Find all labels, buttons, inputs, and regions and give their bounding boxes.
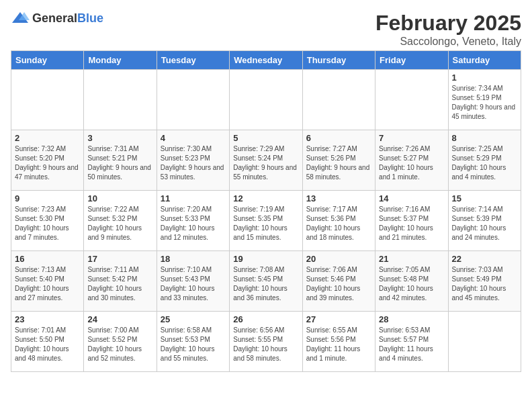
day-info: Sunrise: 7:27 AM Sunset: 5:26 PM Dayligh…	[306, 144, 371, 182]
day-number: 6	[306, 133, 371, 143]
calendar-cell	[448, 312, 521, 372]
logo-blue: Blue	[77, 11, 103, 25]
calendar-cell: 6Sunrise: 7:27 AM Sunset: 5:26 PM Daylig…	[302, 130, 375, 191]
day-number: 24	[87, 314, 152, 324]
day-number: 19	[233, 254, 298, 264]
header-day-saturday: Saturday	[448, 51, 521, 70]
day-info: Sunrise: 7:00 AM Sunset: 5:52 PM Dayligh…	[87, 326, 152, 363]
calendar-cell	[230, 70, 302, 130]
logo-icon	[11, 11, 30, 26]
calendar-cell	[157, 70, 229, 130]
calendar-cell: 13Sunrise: 7:17 AM Sunset: 5:36 PM Dayli…	[302, 191, 375, 251]
day-info: Sunrise: 7:31 AM Sunset: 5:21 PM Dayligh…	[87, 144, 152, 182]
calendar-header: SundayMondayTuesdayWednesdayThursdayFrid…	[11, 51, 521, 70]
day-number: 5	[233, 133, 298, 143]
day-number: 3	[87, 133, 152, 143]
day-info: Sunrise: 7:01 AM Sunset: 5:50 PM Dayligh…	[15, 326, 80, 363]
calendar-cell: 3Sunrise: 7:31 AM Sunset: 5:21 PM Daylig…	[84, 130, 157, 191]
day-info: Sunrise: 7:34 AM Sunset: 5:19 PM Dayligh…	[452, 84, 517, 122]
day-info: Sunrise: 6:58 AM Sunset: 5:53 PM Dayligh…	[161, 326, 226, 363]
header-row: SundayMondayTuesdayWednesdayThursdayFrid…	[11, 51, 521, 70]
calendar-cell: 11Sunrise: 7:20 AM Sunset: 5:33 PM Dayli…	[157, 191, 229, 251]
day-info: Sunrise: 7:26 AM Sunset: 5:27 PM Dayligh…	[379, 144, 444, 182]
calendar-cell: 12Sunrise: 7:19 AM Sunset: 5:35 PM Dayli…	[230, 191, 302, 251]
day-number: 13	[306, 193, 371, 203]
logo-general: General	[32, 11, 77, 25]
day-number: 11	[161, 193, 226, 203]
calendar-cell: 17Sunrise: 7:11 AM Sunset: 5:42 PM Dayli…	[84, 251, 157, 312]
calendar-table: SundayMondayTuesdayWednesdayThursdayFrid…	[11, 50, 521, 372]
calendar-cell	[84, 70, 157, 130]
calendar-cell: 4Sunrise: 7:30 AM Sunset: 5:23 PM Daylig…	[157, 130, 229, 191]
calendar-cell: 26Sunrise: 6:56 AM Sunset: 5:55 PM Dayli…	[230, 312, 302, 372]
calendar-cell: 28Sunrise: 6:53 AM Sunset: 5:57 PM Dayli…	[375, 312, 448, 372]
day-number: 18	[161, 254, 226, 264]
day-number: 16	[15, 254, 80, 264]
header: GeneralBlue February 2025 Saccolongo, Ve…	[11, 11, 521, 48]
day-number: 4	[161, 133, 226, 143]
calendar-cell: 20Sunrise: 7:06 AM Sunset: 5:46 PM Dayli…	[302, 251, 375, 312]
day-info: Sunrise: 7:13 AM Sunset: 5:40 PM Dayligh…	[15, 265, 80, 303]
day-number: 27	[306, 314, 371, 324]
calendar-cell: 15Sunrise: 7:14 AM Sunset: 5:39 PM Dayli…	[448, 191, 521, 251]
day-number: 12	[233, 193, 298, 203]
day-info: Sunrise: 7:08 AM Sunset: 5:45 PM Dayligh…	[233, 265, 298, 303]
day-info: Sunrise: 6:56 AM Sunset: 5:55 PM Dayligh…	[233, 326, 298, 363]
calendar-cell: 22Sunrise: 7:03 AM Sunset: 5:49 PM Dayli…	[448, 251, 521, 312]
day-number: 22	[452, 254, 517, 264]
week-row-2: 9Sunrise: 7:23 AM Sunset: 5:30 PM Daylig…	[11, 191, 521, 251]
calendar-cell	[11, 70, 84, 130]
calendar-cell: 24Sunrise: 7:00 AM Sunset: 5:52 PM Dayli…	[84, 312, 157, 372]
day-info: Sunrise: 6:55 AM Sunset: 5:56 PM Dayligh…	[306, 326, 371, 363]
day-number: 23	[15, 314, 80, 324]
header-day-thursday: Thursday	[302, 51, 375, 70]
calendar-cell	[375, 70, 448, 130]
day-info: Sunrise: 7:22 AM Sunset: 5:32 PM Dayligh…	[87, 205, 152, 242]
calendar-cell: 1Sunrise: 7:34 AM Sunset: 5:19 PM Daylig…	[448, 70, 521, 130]
calendar-cell: 14Sunrise: 7:16 AM Sunset: 5:37 PM Dayli…	[375, 191, 448, 251]
week-row-0: 1Sunrise: 7:34 AM Sunset: 5:19 PM Daylig…	[11, 70, 521, 130]
day-number: 21	[379, 254, 444, 264]
day-number: 17	[87, 254, 152, 264]
calendar-cell: 23Sunrise: 7:01 AM Sunset: 5:50 PM Dayli…	[11, 312, 84, 372]
logo: GeneralBlue	[11, 11, 103, 26]
day-info: Sunrise: 7:06 AM Sunset: 5:46 PM Dayligh…	[306, 265, 371, 303]
day-info: Sunrise: 6:53 AM Sunset: 5:57 PM Dayligh…	[379, 326, 444, 363]
calendar-subtitle: Saccolongo, Veneto, Italy	[375, 36, 521, 48]
day-info: Sunrise: 7:29 AM Sunset: 5:24 PM Dayligh…	[233, 144, 298, 182]
day-info: Sunrise: 7:23 AM Sunset: 5:30 PM Dayligh…	[15, 205, 80, 242]
day-info: Sunrise: 7:19 AM Sunset: 5:35 PM Dayligh…	[233, 205, 298, 242]
week-row-3: 16Sunrise: 7:13 AM Sunset: 5:40 PM Dayli…	[11, 251, 521, 312]
day-info: Sunrise: 7:32 AM Sunset: 5:20 PM Dayligh…	[15, 144, 80, 182]
day-number: 26	[233, 314, 298, 324]
calendar-cell: 19Sunrise: 7:08 AM Sunset: 5:45 PM Dayli…	[230, 251, 302, 312]
day-info: Sunrise: 7:20 AM Sunset: 5:33 PM Dayligh…	[161, 205, 226, 242]
calendar-cell: 2Sunrise: 7:32 AM Sunset: 5:20 PM Daylig…	[11, 130, 84, 191]
day-info: Sunrise: 7:17 AM Sunset: 5:36 PM Dayligh…	[306, 205, 371, 242]
calendar-cell: 16Sunrise: 7:13 AM Sunset: 5:40 PM Dayli…	[11, 251, 84, 312]
header-day-wednesday: Wednesday	[230, 51, 302, 70]
title-area: February 2025 Saccolongo, Veneto, Italy	[375, 11, 521, 48]
day-info: Sunrise: 7:25 AM Sunset: 5:29 PM Dayligh…	[452, 144, 517, 182]
day-number: 10	[87, 193, 152, 203]
day-number: 8	[452, 133, 517, 143]
calendar-cell: 9Sunrise: 7:23 AM Sunset: 5:30 PM Daylig…	[11, 191, 84, 251]
day-number: 2	[15, 133, 80, 143]
calendar-cell: 7Sunrise: 7:26 AM Sunset: 5:27 PM Daylig…	[375, 130, 448, 191]
logo-text: GeneralBlue	[32, 11, 103, 26]
calendar-title: February 2025	[375, 11, 521, 36]
day-number: 1	[452, 73, 517, 83]
day-info: Sunrise: 7:05 AM Sunset: 5:48 PM Dayligh…	[379, 265, 444, 303]
calendar-cell: 25Sunrise: 6:58 AM Sunset: 5:53 PM Dayli…	[157, 312, 229, 372]
calendar-cell: 10Sunrise: 7:22 AM Sunset: 5:32 PM Dayli…	[84, 191, 157, 251]
day-number: 20	[306, 254, 371, 264]
day-info: Sunrise: 7:10 AM Sunset: 5:43 PM Dayligh…	[161, 265, 226, 303]
calendar-cell	[302, 70, 375, 130]
calendar-cell: 18Sunrise: 7:10 AM Sunset: 5:43 PM Dayli…	[157, 251, 229, 312]
day-info: Sunrise: 7:16 AM Sunset: 5:37 PM Dayligh…	[379, 205, 444, 242]
week-row-4: 23Sunrise: 7:01 AM Sunset: 5:50 PM Dayli…	[11, 312, 521, 372]
day-number: 7	[379, 133, 444, 143]
calendar-cell: 8Sunrise: 7:25 AM Sunset: 5:29 PM Daylig…	[448, 130, 521, 191]
calendar-cell: 21Sunrise: 7:05 AM Sunset: 5:48 PM Dayli…	[375, 251, 448, 312]
day-info: Sunrise: 7:30 AM Sunset: 5:23 PM Dayligh…	[161, 144, 226, 182]
